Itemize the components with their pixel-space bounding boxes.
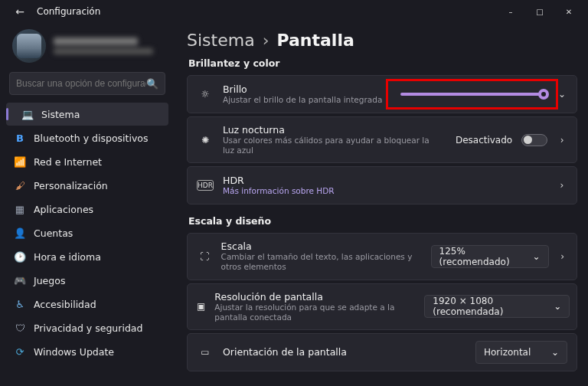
- sidebar-item-label: Bluetooth y dispositivos: [34, 132, 148, 144]
- scale-icon: ⛶: [197, 251, 212, 262]
- sidebar-item-bluetooth[interactable]: B Bluetooth y dispositivos: [6, 126, 168, 149]
- card-title: Orientación de la pantalla: [223, 346, 347, 358]
- close-button[interactable]: ✕: [554, 1, 583, 22]
- dropdown-value: Horizontal: [484, 347, 531, 358]
- hdr-link[interactable]: Más información sobre HDR: [223, 186, 335, 196]
- chevron-right-icon[interactable]: ›: [557, 135, 567, 146]
- time-language-icon: 🕑: [14, 250, 26, 263]
- sidebar-item-privacidad[interactable]: 🛡 Privacidad y seguridad: [6, 316, 168, 339]
- breadcrumb-parent[interactable]: Sistema: [187, 31, 255, 50]
- nav-list: 💻 Sistema B Bluetooth y dispositivos 📶 R…: [6, 103, 168, 363]
- card-title: Resolución de pantalla: [214, 291, 406, 303]
- chevron-right-icon[interactable]: ›: [558, 251, 567, 262]
- slider-thumb[interactable]: [538, 89, 549, 100]
- sidebar-item-label: Cuentas: [34, 227, 73, 239]
- card-title: Luz nocturna: [223, 124, 437, 136]
- brightness-slider[interactable]: [400, 93, 547, 96]
- search-box[interactable]: 🔍: [9, 72, 165, 95]
- nightlight-toggle[interactable]: [521, 134, 547, 146]
- sidebar-item-sistema[interactable]: 💻 Sistema: [6, 103, 168, 126]
- card-brillo[interactable]: ☼ Brillo Ajustar el brillo de la pantall…: [187, 75, 577, 113]
- network-icon: 📶: [14, 155, 26, 168]
- sidebar-item-cuentas[interactable]: 👤 Cuentas: [6, 221, 168, 244]
- section-brightness-color: Brillantez y color: [188, 57, 577, 69]
- breadcrumb-sep: ›: [263, 31, 270, 50]
- scale-dropdown[interactable]: 125% (recomendado) ⌄: [431, 245, 549, 268]
- sidebar-item-juegos[interactable]: 🎮 Juegos: [6, 269, 168, 292]
- privacy-icon: 🛡: [14, 322, 26, 334]
- sidebar-item-label: Windows Update: [34, 346, 114, 358]
- sidebar-item-label: Privacidad y seguridad: [34, 322, 142, 334]
- sidebar-item-accesibilidad[interactable]: ♿ Accesibilidad: [6, 293, 168, 316]
- sidebar-item-label: Juegos: [34, 275, 65, 286]
- orientation-icon: ▭: [197, 347, 214, 358]
- chevron-down-icon[interactable]: ⌄: [557, 89, 567, 100]
- section-scale-layout: Escala y diseño: [188, 215, 577, 227]
- breadcrumb: Sistema › Pantalla: [187, 31, 577, 50]
- maximize-button[interactable]: □: [525, 1, 554, 22]
- card-resolucion[interactable]: ▣ Resolución de pantalla Ajustar la reso…: [187, 283, 577, 330]
- profile-text: [54, 38, 153, 54]
- accessibility-icon: ♿: [14, 298, 26, 310]
- apps-icon: ▦: [14, 203, 26, 215]
- sidebar-item-label: Personalización: [34, 180, 108, 191]
- sidebar-item-update[interactable]: ⟳ Windows Update: [6, 340, 168, 363]
- avatar: [12, 29, 46, 63]
- nightlight-icon: ✺: [197, 135, 214, 146]
- card-title: Escala: [221, 240, 413, 252]
- dropdown-value: 1920 × 1080 (recomendada): [433, 296, 547, 317]
- sidebar-item-label: Aplicaciones: [34, 204, 93, 215]
- sidebar-item-aplicaciones[interactable]: ▦ Aplicaciones: [6, 198, 168, 221]
- breadcrumb-current: Pantalla: [276, 31, 354, 50]
- personalization-icon: 🖌: [14, 179, 26, 191]
- resolution-icon: ▣: [197, 301, 205, 312]
- minimize-button[interactable]: –: [496, 1, 525, 22]
- nightlight-state: Desactivado: [456, 135, 512, 146]
- sidebar-item-label: Red e Internet: [34, 156, 102, 168]
- chevron-right-icon[interactable]: ›: [557, 180, 567, 191]
- sidebar-item-hora[interactable]: 🕑 Hora e idioma: [6, 245, 168, 268]
- card-escala[interactable]: ⛶ Escala Cambiar el tamaño del texto, la…: [187, 233, 577, 280]
- card-sub: Ajustar el brillo de la pantalla integra…: [223, 95, 382, 105]
- chevron-down-icon: ⌄: [532, 251, 540, 262]
- accounts-icon: 👤: [14, 227, 26, 239]
- sidebar-item-red[interactable]: 📶 Red e Internet: [6, 150, 168, 173]
- card-sub: Cambiar el tamaño del texto, las aplicac…: [221, 252, 413, 272]
- titlebar: ← Configuración – □ ✕: [0, 0, 588, 23]
- hdr-badge-icon: HDR: [197, 180, 214, 191]
- brightness-icon: ☼: [197, 89, 214, 100]
- bluetooth-icon: B: [14, 132, 26, 144]
- card-orientacion[interactable]: ▭ Orientación de la pantalla Horizontal …: [187, 333, 577, 371]
- card-luz-nocturna[interactable]: ✺ Luz nocturna Usar colores más cálidos …: [187, 116, 577, 163]
- sidebar-item-personalizacion[interactable]: 🖌 Personalización: [6, 174, 168, 197]
- search-icon: 🔍: [146, 78, 158, 90]
- main-panel: Sistema › Pantalla Brillantez y color ☼ …: [173, 23, 588, 386]
- search-input[interactable]: [16, 78, 146, 89]
- resolution-dropdown[interactable]: 1920 × 1080 (recomendada) ⌄: [424, 295, 570, 318]
- orientation-dropdown[interactable]: Horizontal ⌄: [475, 341, 567, 364]
- update-icon: ⟳: [14, 345, 26, 358]
- chevron-down-icon: ⌄: [554, 301, 561, 312]
- card-title: HDR: [223, 175, 335, 186]
- card-hdr[interactable]: HDR HDR Más información sobre HDR ›: [187, 166, 577, 204]
- card-sub: Ajustar la resolución para que se adapte…: [214, 303, 406, 322]
- back-button[interactable]: ←: [11, 5, 29, 18]
- sidebar: 🔍 💻 Sistema B Bluetooth y dispositivos 📶…: [0, 23, 173, 386]
- card-title: Brillo: [223, 83, 382, 95]
- dropdown-value: 125% (recomendado): [439, 246, 527, 267]
- sidebar-item-label: Sistema: [41, 109, 80, 120]
- card-sub: Usar colores más cálidos para ayudar a b…: [223, 136, 437, 155]
- sidebar-item-label: Accesibilidad: [34, 299, 96, 310]
- sidebar-item-label: Hora e idioma: [34, 251, 101, 263]
- chevron-down-icon: ⌄: [551, 347, 559, 358]
- system-icon: 💻: [21, 108, 34, 120]
- profile-block[interactable]: [6, 23, 168, 70]
- gaming-icon: 🎮: [14, 274, 26, 286]
- window-title: Configuración: [37, 6, 100, 17]
